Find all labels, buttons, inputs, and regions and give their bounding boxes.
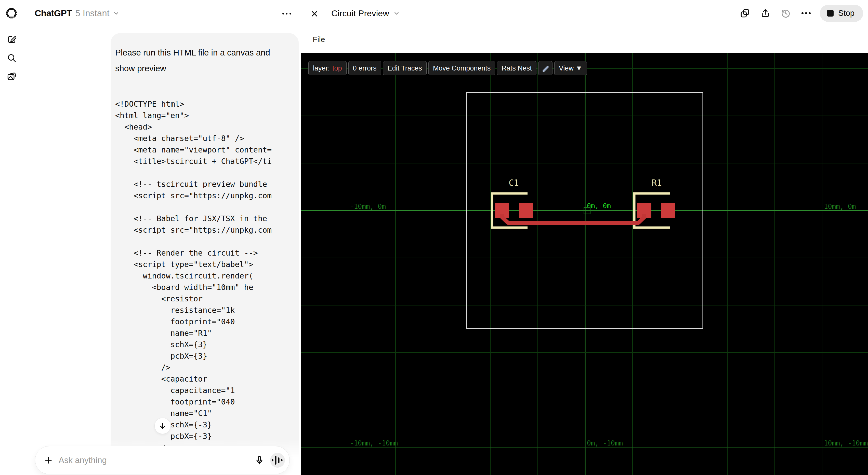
new-chat-button[interactable] <box>6 34 17 45</box>
voice-waveform-icon <box>270 453 285 468</box>
component-ref-label[interactable]: R1 <box>652 178 662 188</box>
close-icon <box>311 10 318 18</box>
panel-header: Circuit Preview <box>301 0 868 27</box>
composer-bar[interactable]: Ask anything <box>35 446 290 474</box>
panel-actions: Stop <box>738 0 863 27</box>
image-library-icon <box>7 71 17 81</box>
view-menu-button[interactable]: View ▼ <box>554 61 587 75</box>
layer-button[interactable]: layer: top <box>308 61 347 75</box>
panel-menubar: File PCB Schematic 3D ⋯ <box>301 27 868 53</box>
move-components-label: Move Components <box>433 64 491 72</box>
conversation-menu-button[interactable] <box>280 9 293 19</box>
draw-trace-button[interactable] <box>538 61 553 75</box>
pcb-toolbar: layer: top 0 errors Edit Traces Move Com… <box>308 61 587 75</box>
chevron-down-icon <box>113 10 120 16</box>
coord-label: 0m, 0m <box>587 202 611 210</box>
user-message-text: Please run this HTML file in a canvas an… <box>115 45 291 76</box>
pencil-icon <box>541 64 549 72</box>
ellipsis-icon <box>801 8 811 18</box>
stop-icon <box>827 10 834 16</box>
errors-button[interactable]: 0 errors <box>348 61 381 75</box>
layer-prefix: layer: <box>313 64 330 72</box>
circuit-preview-panel: Circuit Preview <box>301 0 868 475</box>
stop-button[interactable]: Stop <box>820 5 863 22</box>
chatgpt-logo-icon[interactable] <box>5 7 18 19</box>
rats-nest-label: Rats Nest <box>501 64 532 72</box>
panel-title: Circuit Preview <box>331 8 389 18</box>
move-components-button[interactable]: Move Components <box>428 61 495 75</box>
model-name: 5 Instant <box>75 8 109 18</box>
view-label: View ▼ <box>559 64 582 72</box>
scroll-to-bottom-button[interactable] <box>154 418 171 434</box>
pcb-pad[interactable] <box>519 203 533 218</box>
pcb-pad[interactable] <box>661 203 675 218</box>
arrow-down-icon <box>158 422 167 430</box>
compose-icon <box>7 34 17 44</box>
errors-label: 0 errors <box>353 64 377 72</box>
user-message-bubble: Please run this HTML file in a canvas an… <box>111 33 299 469</box>
panel-title-dropdown[interactable]: Circuit Preview <box>331 0 400 27</box>
search-icon <box>7 53 17 63</box>
dictate-button[interactable] <box>253 453 266 467</box>
microphone-icon <box>254 455 265 465</box>
panel-menu-button[interactable] <box>800 7 813 20</box>
layer-value: top <box>332 64 342 72</box>
coord-label: 0m, -10mm <box>587 439 623 447</box>
composer-input[interactable]: Ask anything <box>59 455 253 465</box>
coord-label: 10mm, 0m <box>824 203 856 210</box>
app-window: ChatGPT 5 Instant Please run this HTML f… <box>0 0 868 475</box>
chat-column: ChatGPT 5 Instant Please run this HTML f… <box>24 0 301 475</box>
pcb-canvas[interactable]: -10mm, 0m0m, 0m10mm, 0m-10mm, -10mm0m, -… <box>301 53 868 475</box>
rats-nest-button[interactable]: Rats Nest <box>497 61 536 75</box>
chevron-down-icon <box>393 10 400 16</box>
share-button[interactable] <box>759 7 772 20</box>
user-message-code: <!DOCTYPE html> <html lang="en"> <head> … <box>115 98 291 453</box>
edit-traces-label: Edit Traces <box>388 64 422 72</box>
library-button[interactable] <box>6 71 17 82</box>
chat-header: ChatGPT 5 Instant <box>24 0 301 27</box>
copy-button[interactable] <box>738 7 751 20</box>
pcb-canvas-area[interactable]: -10mm, 0m0m, 0m10mm, 0m-10mm, -10mm0m, -… <box>301 53 868 475</box>
component-ref-label[interactable]: C1 <box>509 178 519 188</box>
sidebar-rail <box>0 0 24 475</box>
coord-label: 10mm, -10mm <box>824 439 868 447</box>
copy-icon <box>740 8 750 18</box>
voice-mode-button[interactable] <box>270 453 285 468</box>
app-title: ChatGPT <box>35 8 72 18</box>
model-selector[interactable]: ChatGPT 5 Instant <box>35 8 120 18</box>
edit-traces-button[interactable]: Edit Traces <box>383 61 427 75</box>
share-upload-icon <box>760 8 770 18</box>
plus-icon <box>44 456 53 465</box>
coord-label: -10mm, -10mm <box>350 439 398 447</box>
history-button[interactable] <box>779 7 792 20</box>
stop-label: Stop <box>838 9 855 18</box>
file-menu[interactable]: File <box>310 34 328 45</box>
search-button[interactable] <box>6 53 17 64</box>
coord-label: -10mm, 0m <box>350 203 386 210</box>
ellipsis-icon <box>282 12 292 15</box>
attach-button[interactable] <box>43 455 54 466</box>
close-panel-button[interactable] <box>309 9 319 19</box>
history-icon <box>781 8 791 18</box>
